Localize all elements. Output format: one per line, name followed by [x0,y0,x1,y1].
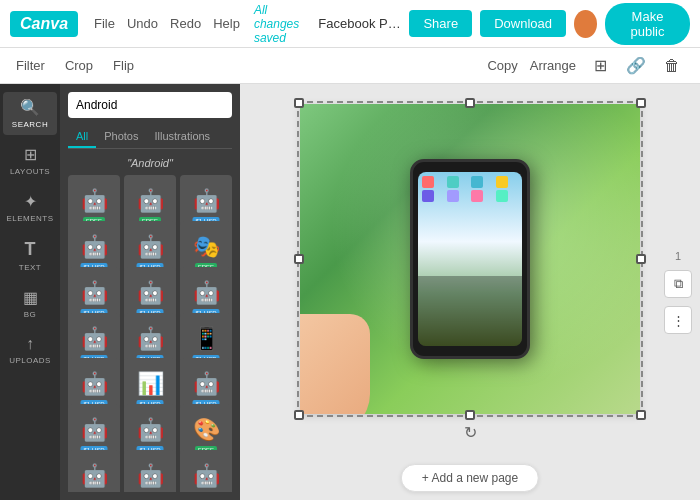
android-thumbnail-icon: 🤖 [193,188,220,214]
phone-shape [410,159,530,359]
search-grid: 🤖FREE🤖FREE🤖$1 USD🤖$1 USD🤖$1 USD🎭FREE🤖$1 … [68,175,232,492]
search-result-item[interactable]: 🤖$1 USD [124,404,176,456]
copy-button[interactable]: Copy [487,58,517,73]
handle-mid-right[interactable] [636,254,646,264]
top-menu: File Undo Redo Help [94,16,240,31]
crop-button[interactable]: Crop [65,58,93,73]
search-result-item[interactable]: 🎭FREE [180,221,232,273]
search-result-item[interactable]: 🤖$1 USD [124,313,176,365]
search-input-wrap [68,92,232,118]
sidebar-label-uploads: UPLOADS [9,356,51,365]
android-thumbnail-icon: 📊 [137,371,164,397]
arrange-button[interactable]: Arrange [530,58,576,73]
search-panel: All Photos Illustrations "Android" 🤖FREE… [60,84,240,500]
search-result-item[interactable]: 🤖$1 USD [68,450,120,492]
download-button[interactable]: Download [480,10,566,37]
phone-screen [418,172,522,346]
uploads-icon: ↑ [26,335,34,353]
search-result-item[interactable]: 🤖$1 USD [68,404,120,456]
background-icon: ▦ [23,288,38,307]
layouts-icon: ⊞ [24,145,37,164]
sidebar-item-text[interactable]: T TEXT [3,233,57,278]
handle-bottom-right[interactable] [636,410,646,420]
search-result-title: "Android" [68,157,232,169]
sidebar-item-uploads[interactable]: ↑ UPLOADS [3,329,57,371]
search-result-item[interactable]: 🤖$1 USD [180,175,232,227]
menu-undo[interactable]: Undo [127,16,158,31]
add-page-bar[interactable]: + Add a new page [401,464,539,492]
link-icon[interactable]: 🔗 [624,54,648,78]
menu-redo[interactable]: Redo [170,16,201,31]
search-result-item[interactable]: 📱$1 USD [180,313,232,365]
page-number: 1 [675,250,681,262]
search-result-item[interactable]: 🤖$1 USD [180,267,232,319]
sidebar-label-elements: ELEMENTS [6,214,53,223]
handle-mid-left[interactable] [294,254,304,264]
tab-photos[interactable]: Photos [96,126,146,148]
save-status: All changes saved [254,3,310,45]
menu-file[interactable]: File [94,16,115,31]
grid-icon[interactable]: ⊞ [588,54,612,78]
search-result-item[interactable]: 🤖$1 USD [68,221,120,273]
search-result-item[interactable]: 🎨FREE [180,404,232,456]
search-input[interactable] [68,92,232,118]
search-result-item[interactable]: 🤖$1 USD [124,221,176,273]
make-public-button[interactable]: Make public [605,3,690,45]
handle-top-mid[interactable] [465,98,475,108]
filter-button[interactable]: Filter [16,58,45,73]
canvas-right-tools: 1 ⧉ ⋮ [664,250,692,334]
search-result-item[interactable]: 🤖$1 USD [68,358,120,410]
phone-app-icons [422,176,518,202]
search-result-item[interactable]: 🤖$1 USD [180,358,232,410]
search-result-item[interactable]: 🤖$1 USD [68,313,120,365]
handle-bottom-mid[interactable] [465,410,475,420]
sidebar: 🔍 SEARCH ⊞ LAYOUTS ✦ ELEMENTS T TEXT ▦ B… [0,84,60,500]
android-thumbnail-icon: 🎨 [193,417,220,443]
android-thumbnail-icon: 🎭 [193,234,220,260]
search-result-item[interactable]: 🤖$1 USD [124,267,176,319]
elements-icon: ✦ [24,192,37,211]
canvas-frame[interactable]: ↻ [300,104,640,414]
sidebar-item-background[interactable]: ▦ BG [3,282,57,325]
tab-all[interactable]: All [68,126,96,148]
search-result-item[interactable]: 🤖FREE [124,175,176,227]
delete-page-button[interactable]: ⋮ [664,306,692,334]
duplicate-page-button[interactable]: ⧉ [664,270,692,298]
rotate-handle[interactable]: ↻ [464,423,477,442]
sidebar-item-layouts[interactable]: ⊞ LAYOUTS [3,139,57,182]
topbar-right: Facebook Post ... Share Download Make pu… [318,3,690,45]
android-thumbnail-icon: 🤖 [193,371,220,397]
android-thumbnail-icon: 🤖 [81,234,108,260]
handle-top-right[interactable] [636,98,646,108]
sidebar-item-search[interactable]: 🔍 SEARCH [3,92,57,135]
search-result-item[interactable]: 🤖$1 USD [68,267,120,319]
phone-hand [300,314,370,414]
avatar[interactable] [574,10,597,38]
android-thumbnail-icon: 🤖 [81,417,108,443]
menu-help[interactable]: Help [213,16,240,31]
trash-icon[interactable]: 🗑 [660,54,684,78]
share-button[interactable]: Share [409,10,472,37]
flip-button[interactable]: Flip [113,58,134,73]
handle-bottom-left[interactable] [294,410,304,420]
file-name: Facebook Post ... [318,16,401,31]
canva-logo[interactable]: Canva [10,11,78,37]
android-thumbnail-icon: 🤖 [81,371,108,397]
tab-illustrations[interactable]: Illustrations [146,126,218,148]
handle-top-left[interactable] [294,98,304,108]
main-layout: 🔍 SEARCH ⊞ LAYOUTS ✦ ELEMENTS T TEXT ▦ B… [0,84,700,500]
android-thumbnail-icon: 🤖 [137,463,164,489]
search-result-item[interactable]: 🤖$1 USD [180,450,232,492]
sidebar-label-layouts: LAYOUTS [10,167,50,176]
android-thumbnail-icon: 🤖 [193,463,220,489]
android-thumbnail-icon: 🤖 [81,280,108,306]
search-result-item[interactable]: 🤖FREE [68,175,120,227]
sidebar-item-elements[interactable]: ✦ ELEMENTS [3,186,57,229]
android-thumbnail-icon: 🤖 [81,188,108,214]
search-icon: 🔍 [20,98,40,117]
secondbar-right: Copy Arrange ⊞ 🔗 🗑 [487,54,684,78]
search-result-item[interactable]: 🤖$1 USD [124,450,176,492]
android-thumbnail-icon: 🤖 [137,417,164,443]
search-result-item[interactable]: 📊$1 USD [124,358,176,410]
sidebar-label-text: TEXT [19,263,41,272]
